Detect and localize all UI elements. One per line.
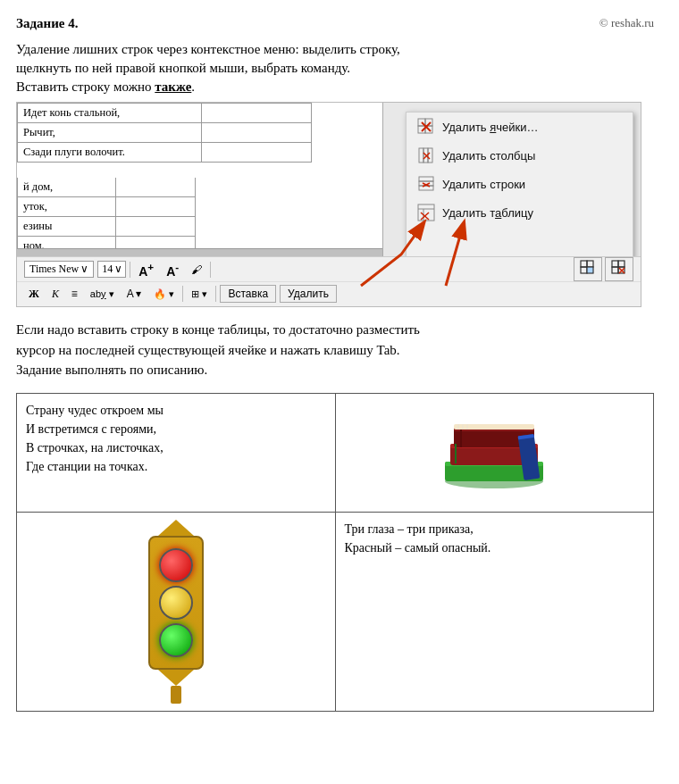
traffic-light-green	[159, 623, 193, 657]
ctx-label-delete-rows: Удалить строки	[442, 178, 525, 191]
separator-1	[130, 262, 130, 278]
svg-rect-8	[428, 148, 432, 163]
intro-text: Удаление лишних строк через контекстное …	[16, 40, 654, 96]
bold-button[interactable]: Ж	[24, 286, 44, 303]
table-row: Идет конь стальной,	[18, 104, 312, 123]
font-size-box[interactable]: 14 ∨	[97, 261, 126, 278]
screenshot-area: Идет конь стальной, Рычит, Сзади плуги в…	[16, 102, 641, 307]
page-header: Задание 4. © reshak.ru	[16, 16, 654, 31]
ctx-label-delete-table: Удалить таблицу	[442, 206, 533, 220]
font-color-button[interactable]: A ▾	[122, 286, 147, 302]
shading-button[interactable]: 🔥 ▾	[149, 287, 179, 302]
chevron-down-icon: ∨	[80, 263, 88, 276]
ctx-item-delete-columns[interactable]: Удалить столбцы	[407, 141, 633, 170]
table-buttons-area	[574, 257, 633, 281]
traffic-light-cell	[17, 512, 336, 711]
delete-label-button[interactable]: Удалить	[280, 285, 337, 303]
align-button[interactable]: ≡	[67, 286, 82, 302]
table-row: уток,	[18, 197, 196, 217]
tl-bottom-triangle	[148, 670, 204, 686]
svg-rect-6	[419, 148, 423, 163]
delete-rows-icon	[417, 175, 435, 193]
toolbar-row-1: Times New ∨ 14 ∨ A+ A- 🖌	[17, 257, 641, 281]
svg-rect-22	[587, 261, 593, 267]
delete-label: Удалить	[288, 288, 329, 300]
table-row-2: Три глаза – три приказа, Красный – самый…	[17, 512, 654, 711]
table-row: Рычит,	[18, 123, 312, 143]
bottom-left-table: й дом, уток, езины ном.	[17, 178, 196, 256]
chevron-down-icon-2: ∨	[114, 263, 122, 276]
poem-text-2: Три глаза – три приказа, Красный – самый…	[345, 522, 491, 555]
insert-label: Вставка	[228, 288, 268, 300]
table-row: Сзади плуги волочит.	[18, 143, 312, 163]
separator-2	[210, 262, 211, 278]
books-illustration	[436, 401, 552, 499]
table-cell: езины	[18, 217, 116, 237]
table-cell	[116, 217, 196, 237]
highlight-button[interactable]: aby ▾	[86, 287, 119, 302]
lower-line2: курсор на последней существующей ячейке …	[16, 343, 400, 357]
table-cell	[116, 197, 196, 217]
tl-top-triangle	[148, 520, 204, 536]
svg-rect-13	[419, 186, 433, 190]
table-cell	[201, 104, 311, 123]
context-menu: Удалить ячейки… Удалить столбцы Удалить …	[406, 112, 633, 272]
lower-text: Если надо вставить строку в конце таблиц…	[16, 320, 654, 380]
poem-cell-2: Три глаза – три приказа, Красный – самый…	[335, 512, 654, 711]
table-row-1: Страну чудес откроем мы И встретимся с г…	[17, 393, 654, 512]
top-table: Идет конь стальной, Рычит, Сзади плуги в…	[17, 103, 312, 163]
lower-line1: Если надо вставить строку в конце таблиц…	[16, 322, 420, 337]
intro-line2: щелкнуть по ней правой кнопкой мыши, выб…	[16, 61, 350, 75]
intro-line3-bold: также	[155, 79, 191, 94]
font-size-label: 14	[102, 263, 113, 276]
separator-4	[215, 286, 216, 302]
delete-columns-icon	[417, 146, 435, 164]
border-button[interactable]: ⊞ ▾	[187, 287, 212, 302]
ctx-item-delete-cells[interactable]: Удалить ячейки…	[407, 113, 633, 141]
table-cell: Сзади плуги волочит.	[18, 143, 202, 163]
svg-rect-24	[587, 267, 593, 273]
ctx-label-delete-columns: Удалить столбцы	[442, 149, 535, 163]
table-insert-icon	[580, 260, 596, 276]
table-cell: уток,	[18, 197, 116, 217]
table-cell	[201, 143, 311, 163]
font-name-box[interactable]: Times New ∨	[24, 261, 94, 278]
traffic-light-red	[159, 548, 193, 582]
svg-rect-25	[612, 261, 618, 267]
books-image-cell	[335, 393, 654, 512]
svg-rect-26	[618, 261, 625, 267]
tl-body	[148, 536, 204, 670]
ctx-item-delete-rows[interactable]: Удалить строки	[407, 170, 633, 198]
format-paint-button[interactable]: 🖌	[187, 262, 206, 278]
table-delete-button[interactable]	[605, 257, 633, 281]
intro-line1: Удаление лишних строк через контекстное …	[16, 42, 400, 56]
separator-3	[182, 286, 183, 302]
table-row: й дом,	[18, 178, 196, 197]
page-title: Задание 4.	[16, 16, 78, 31]
font-shrink-button[interactable]: A-	[162, 259, 183, 280]
svg-rect-11	[419, 177, 433, 181]
ctx-label-delete-cells: Удалить ячейки…	[442, 121, 539, 134]
poem-text-1: Страну чудес откроем мы И встретимся с г…	[26, 404, 163, 473]
table-cell: Идет конь стальной,	[18, 104, 202, 123]
toolbar: Times New ∨ 14 ∨ A+ A- 🖌	[17, 256, 641, 306]
table-insert-button[interactable]	[574, 257, 602, 281]
intro-line3-pre: Вставить строку можно	[16, 79, 155, 94]
insert-label-button[interactable]: Вставка	[220, 285, 276, 303]
table-delete-icon	[611, 260, 627, 276]
traffic-light	[148, 520, 204, 704]
table-cell	[201, 123, 311, 143]
svg-rect-27	[612, 267, 618, 273]
lower-line3: Задание выполнять по описанию.	[16, 363, 207, 377]
italic-button[interactable]: К	[47, 286, 63, 303]
delete-cells-icon	[417, 118, 435, 136]
table-cell: й дом,	[18, 178, 116, 197]
svg-rect-23	[581, 267, 587, 273]
ctx-item-delete-table[interactable]: Удалить таблицу	[407, 198, 633, 227]
table-cell	[116, 178, 196, 197]
font-grow-button[interactable]: A+	[134, 259, 158, 280]
delete-table-icon	[417, 204, 435, 221]
content-table: Страну чудес откроем мы И встретимся с г…	[16, 393, 654, 712]
toolbar-row-2: Ж К ≡ aby ▾ A ▾ 🔥 ▾ ⊞ ▾ Вставка Удалить	[17, 281, 641, 305]
tl-post	[171, 686, 181, 704]
